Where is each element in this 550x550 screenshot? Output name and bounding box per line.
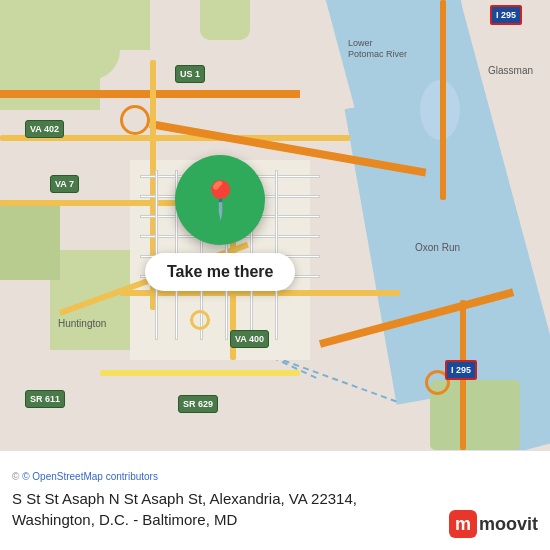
route-sr611: SR 611 [25, 390, 65, 408]
route-i295-top: I 295 [490, 5, 522, 25]
pin-icon: 📍 [198, 182, 243, 218]
moovit-icon: m [449, 510, 477, 538]
moovit-text: moovit [479, 514, 538, 535]
park-5 [80, 0, 150, 50]
moovit-logo: m moovit [449, 510, 538, 538]
oxon-run-label: Oxon Run [415, 242, 460, 253]
glassman-label: Glassman [488, 65, 533, 76]
huntington-label: Huntington [58, 318, 106, 329]
location-circle: 📍 [175, 155, 265, 245]
interchange-1 [120, 105, 150, 135]
app-container: I 295 US 1 VA 402 VA 7 VA 400 I 295 SR 6… [0, 0, 550, 550]
button-overlay: 📍 Take me there [145, 155, 295, 291]
route-va402: VA 402 [25, 120, 64, 138]
route-i295-bottom: I 295 [445, 360, 477, 380]
park-4 [0, 200, 60, 280]
take-me-there-button[interactable]: Take me there [145, 253, 295, 291]
park-2 [0, 50, 100, 110]
osm-link[interactable]: © OpenStreetMap contributors [22, 471, 158, 482]
map-attribution: © © OpenStreetMap contributors [12, 471, 538, 482]
interchange-3 [190, 310, 210, 330]
route-sr629: SR 629 [178, 395, 218, 413]
route-va400: VA 400 [230, 330, 269, 348]
main-road-h-4 [100, 370, 300, 376]
lower-potomac-label: Lower Potomac River [348, 38, 408, 60]
route-us1: US 1 [175, 65, 205, 83]
address-line1: S St St Asaph N St Asaph St, Alexandria,… [12, 490, 357, 507]
attribution-text: © [12, 471, 22, 482]
park-6 [200, 0, 250, 40]
route-va7: VA 7 [50, 175, 79, 193]
map: I 295 US 1 VA 402 VA 7 VA 400 I 295 SR 6… [0, 0, 550, 450]
address-line2: Washington, D.C. - Baltimore, MD [12, 511, 237, 528]
info-bar: © © OpenStreetMap contributors S St St A… [0, 450, 550, 550]
highway-v-1 [440, 0, 446, 200]
